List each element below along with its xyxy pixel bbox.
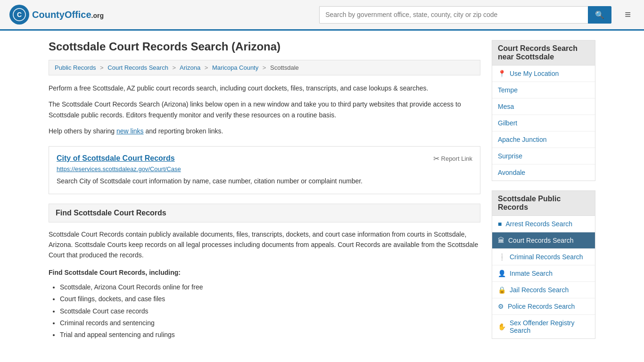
public-record-label: Sex Offender Registry Search (510, 319, 589, 334)
find-records-list-item: Scottsdale, Arizona Court Records online… (60, 281, 480, 293)
public-records-list: ■Arrest Records Search🏛Court Records Sea… (492, 216, 595, 339)
public-record-link[interactable]: ❕Criminal Records Search (492, 249, 595, 265)
svg-text:C: C (17, 11, 22, 18)
public-record-item: ❕Criminal Records Search (492, 249, 595, 265)
report-link-button[interactable]: ✂ Report Link (433, 154, 472, 163)
find-records-section: Find Scottsdale Court Records (49, 204, 480, 222)
breadcrumb-sep-2: > (173, 64, 176, 71)
desc3-prefix: Help others by sharing (49, 127, 116, 135)
find-records-list-item: Trial and appeal sentencing and rulings (60, 329, 480, 341)
breadcrumb-public-records[interactable]: Public Records (55, 64, 96, 71)
breadcrumb-scottsdale: Scottsdale (270, 64, 299, 71)
logo-icon: C (9, 5, 29, 25)
hamburger-icon: ≡ (625, 8, 631, 20)
public-record-item: ■Arrest Records Search (492, 216, 595, 232)
public-record-icon: ❕ (498, 253, 506, 261)
search-button[interactable]: 🔍 (588, 6, 611, 24)
find-records-list-item: Scottsdale Court case records (60, 305, 480, 317)
public-record-link[interactable]: ■Arrest Records Search (492, 216, 595, 232)
desc3-suffix: and reporting broken links. (144, 127, 223, 135)
search-container: 🔍 (319, 6, 611, 24)
nearby-link[interactable]: Surprise (492, 148, 595, 164)
find-records-list-item: Criminal records and sentencing (60, 317, 480, 329)
nearby-link-item: Gilbert (492, 115, 595, 132)
nearby-link[interactable]: Avondale (492, 165, 595, 181)
public-records-title: Scottsdale Public Records (492, 190, 595, 216)
nearby-link-item: Surprise (492, 148, 595, 165)
public-record-label: Court Records Search (508, 237, 574, 244)
city-records-title[interactable]: City of Scottsdale Court Records (57, 154, 175, 163)
search-icon: 🔍 (595, 11, 604, 19)
public-record-item: 🏛Court Records Search (492, 232, 595, 249)
breadcrumb: Public Records > Court Records Search > … (49, 60, 480, 75)
city-records-box: City of Scottsdale Court Records ✂ Repor… (49, 146, 480, 194)
nearby-link-item: Tempe (492, 82, 595, 99)
find-records-sub: Find Scottsdale Court Records, including… (49, 267, 480, 278)
public-record-label: Criminal Records Search (510, 253, 583, 261)
breadcrumb-sep-1: > (100, 64, 104, 71)
find-records-content: Scottsdale Court Records contain publicl… (49, 229, 480, 341)
nearby-section-title: Court Records Search near Scottsdale (492, 40, 595, 66)
logo-link[interactable]: C CountyOffice.org (9, 5, 104, 25)
content-area: Scottsdale Court Records Search (Arizona… (49, 40, 480, 348)
public-record-link[interactable]: 🏛Court Records Search (492, 232, 595, 248)
public-record-item: ⚙Police Records Search (492, 298, 595, 315)
find-records-list-item: Court filings, dockets, and case files (60, 293, 480, 305)
breadcrumb-court-records[interactable]: Court Records Search (107, 64, 168, 71)
public-record-icon: 🔒 (498, 286, 506, 294)
logo-text: CountyOffice.org (32, 9, 104, 20)
public-record-link[interactable]: 👤Inmate Search (492, 265, 595, 281)
menu-button[interactable]: ≡ (621, 7, 635, 23)
report-icon: ✂ (433, 154, 439, 163)
public-record-link[interactable]: 🔒Jail Records Search (492, 282, 595, 298)
public-record-icon: 👤 (498, 270, 506, 277)
description-2: The Scottsdale Court Records Search (Ari… (49, 99, 480, 120)
public-record-label: Police Records Search (508, 303, 575, 310)
breadcrumb-sep-4: > (263, 64, 266, 71)
find-records-body: Scottsdale Court Records contain publicl… (49, 229, 480, 261)
public-record-icon: 🏛 (498, 237, 504, 244)
public-record-icon: ✋ (498, 323, 506, 330)
description-3: Help others by sharing new links and rep… (49, 126, 480, 136)
breadcrumb-maricopa[interactable]: Maricopa County (212, 64, 258, 71)
public-record-label: Arrest Records Search (505, 220, 572, 228)
find-records-title: Find Scottsdale Court Records (56, 209, 473, 217)
nearby-link-item: Avondale (492, 165, 595, 181)
use-location-item: 📍 Use My Location (492, 66, 595, 82)
location-icon: 📍 (498, 70, 506, 77)
site-header: C CountyOffice.org 🔍 ≡ (0, 0, 644, 31)
city-records-desc: Search City of Scottsdale court informat… (57, 176, 472, 186)
nearby-link[interactable]: Mesa (492, 99, 595, 115)
public-record-label: Inmate Search (510, 270, 553, 277)
public-record-item: ✋Sex Offender Registry Search (492, 315, 595, 338)
public-record-label: Jail Records Search (510, 286, 569, 294)
sidebar: Court Records Search near Scottsdale 📍 U… (492, 40, 595, 348)
nearby-link[interactable]: Gilbert (492, 115, 595, 131)
nearby-link-item: Apache Junction (492, 132, 595, 148)
search-input[interactable] (319, 6, 588, 24)
nearby-links-list: 📍 Use My Location TempeMesaGilbertApache… (492, 66, 595, 181)
public-record-item: 👤Inmate Search (492, 265, 595, 282)
city-records-url[interactable]: https://eservices.scottsdaleaz.gov/Court… (57, 165, 472, 173)
main-container: Scottsdale Court Records Search (Arizona… (39, 31, 605, 358)
nearby-link[interactable]: Tempe (492, 82, 595, 98)
nearby-link[interactable]: Apache Junction (492, 132, 595, 148)
use-location-label: Use My Location (510, 70, 559, 77)
public-record-icon: ⚙ (498, 303, 504, 310)
description-1: Perform a free Scottsdale, AZ public cou… (49, 83, 480, 93)
find-records-list: Scottsdale, Arizona Court Records online… (60, 281, 480, 341)
use-location-link[interactable]: 📍 Use My Location (492, 66, 595, 82)
breadcrumb-arizona[interactable]: Arizona (180, 64, 200, 71)
public-record-link[interactable]: ⚙Police Records Search (492, 298, 595, 314)
public-record-item: 🔒Jail Records Search (492, 282, 595, 298)
report-label: Report Link (441, 155, 472, 162)
page-title: Scottsdale Court Records Search (Arizona… (49, 40, 480, 53)
nearby-link-item: Mesa (492, 99, 595, 115)
new-links[interactable]: new links (116, 127, 144, 135)
public-record-icon: ■ (498, 220, 502, 228)
public-record-link[interactable]: ✋Sex Offender Registry Search (492, 315, 595, 338)
breadcrumb-sep-3: > (205, 64, 208, 71)
